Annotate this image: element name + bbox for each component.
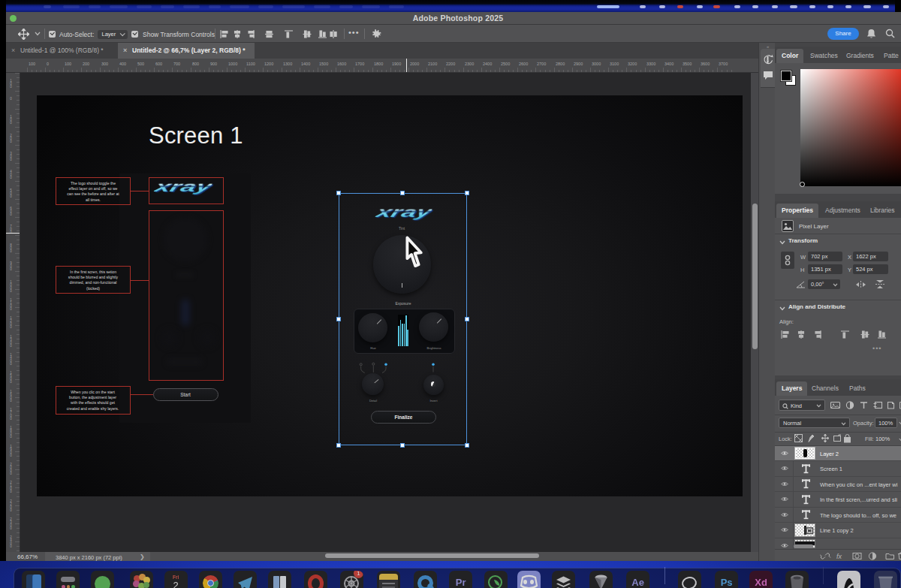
svg-text:fx: fx (836, 553, 842, 560)
